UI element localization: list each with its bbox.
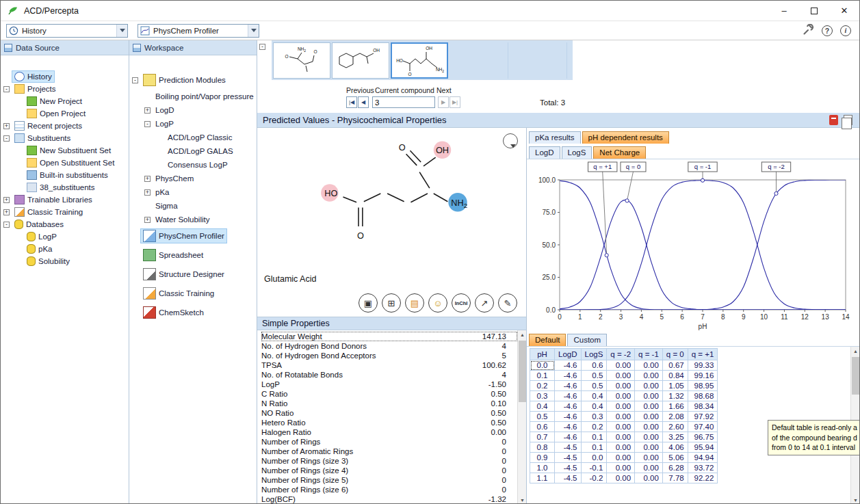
data-source-item-38-substituents[interactable]: 38_substituents bbox=[1, 181, 129, 194]
data-source-item-trainable-libraries[interactable]: +Trainable Libraries bbox=[1, 194, 129, 206]
data-source-item-built-in-substituents[interactable]: Built-in substituents bbox=[1, 169, 129, 181]
expander-icon[interactable]: + bbox=[3, 123, 10, 129]
table-row[interactable]: 0.3-4.60.40.000.001.3298.68 bbox=[530, 391, 718, 401]
expander-icon[interactable]: + bbox=[144, 189, 151, 196]
table-row[interactable]: 0.2-4.60.50.000.001.0598.95 bbox=[530, 381, 718, 391]
property-row[interactable]: C Ratio0.50 bbox=[261, 389, 517, 399]
scrollbar-thumb[interactable] bbox=[519, 341, 526, 402]
last-compound-button[interactable]: ▶| bbox=[449, 96, 460, 108]
workspace-item-water-solubility[interactable]: +Water Solubility bbox=[129, 213, 257, 226]
data-source-item-pka[interactable]: pKa bbox=[1, 243, 129, 255]
expander-icon[interactable]: - bbox=[3, 86, 10, 92]
scroll-up-icon[interactable] bbox=[518, 330, 526, 339]
export-icon[interactable]: ↗ bbox=[475, 293, 494, 313]
expander-icon[interactable]: + bbox=[144, 176, 151, 182]
scroll-up-icon[interactable] bbox=[851, 347, 859, 356]
column-header[interactable]: q = -2 bbox=[607, 349, 635, 360]
property-row[interactable]: No. of Rotatable Bonds4 bbox=[261, 370, 517, 380]
tools-wrench-icon[interactable] bbox=[802, 24, 814, 38]
expander-icon[interactable]: - bbox=[144, 121, 151, 127]
workspace-item-spreadsheet[interactable]: Spreadsheet bbox=[129, 246, 257, 265]
scroll-down-icon[interactable] bbox=[851, 496, 859, 504]
compound-thumbnail-1[interactable]: NH2 O O bbox=[273, 42, 330, 79]
property-row[interactable]: Molecular Weight147.13 bbox=[261, 332, 517, 341]
close-button[interactable]: ✕ bbox=[829, 1, 859, 21]
compound-thumbnail-2[interactable]: OH bbox=[332, 42, 389, 79]
data-source-item-logp[interactable]: LogP bbox=[1, 230, 129, 243]
workspace-item-sigma[interactable]: Sigma bbox=[129, 199, 257, 213]
property-row[interactable]: Number of Rings0 bbox=[261, 437, 517, 447]
data-source-item-databases[interactable]: -Databases bbox=[1, 218, 129, 230]
column-header[interactable]: LogD bbox=[555, 349, 582, 360]
workspace-item-acd-logp-galas[interactable]: ACD/LogP GALAS bbox=[129, 144, 257, 158]
workspace-item-physchem[interactable]: +PhysChem bbox=[129, 172, 257, 185]
combo-dropdown-icon[interactable] bbox=[116, 25, 127, 37]
combo-dropdown-icon[interactable] bbox=[248, 25, 259, 37]
collapse-strip-button[interactable]: - bbox=[259, 44, 265, 50]
expander-icon[interactable]: - bbox=[3, 135, 10, 142]
workspace-item-consensus-logp[interactable]: Consensus LogP bbox=[129, 158, 257, 172]
copy-report-icon[interactable] bbox=[844, 115, 852, 125]
table-row[interactable]: 0.8-4.50.10.000.004.0695.94 bbox=[530, 442, 718, 453]
expander-icon[interactable]: - bbox=[132, 77, 138, 83]
minimize-button[interactable]: – bbox=[769, 1, 799, 21]
data-source-item-classic-training[interactable]: +Classic Training bbox=[1, 206, 129, 218]
dictionary-icon[interactable]: ▤ bbox=[405, 293, 424, 313]
data-source-item-recent-projects[interactable]: +Recent projects bbox=[1, 120, 129, 132]
property-row[interactable]: Hetero Ratio0.50 bbox=[261, 418, 517, 427]
compound-thumbnail-3[interactable]: HO O OH NH2 bbox=[391, 42, 448, 79]
workspace-item-pka[interactable]: +pKa bbox=[129, 185, 257, 199]
expander-icon[interactable]: - bbox=[3, 222, 10, 228]
workspace-item-prediction-modules[interactable]: -Prediction Modules bbox=[129, 70, 257, 90]
workspace-item-logd[interactable]: +LogD bbox=[129, 103, 257, 117]
table-row[interactable]: 0.6-4.60.20.000.002.6097.40 bbox=[530, 422, 718, 432]
table-row[interactable]: 1.0-4.5-0.10.000.006.2893.72 bbox=[530, 463, 718, 473]
first-compound-button[interactable]: |◀ bbox=[346, 96, 357, 108]
current-compound-input[interactable] bbox=[372, 96, 435, 108]
table-tab-default[interactable]: Default bbox=[529, 334, 566, 346]
table-tab-custom[interactable]: Custom bbox=[567, 334, 607, 346]
column-header[interactable]: pH bbox=[530, 349, 555, 360]
property-row[interactable]: Number of Rings (size 5)0 bbox=[261, 475, 517, 485]
pdf-export-icon[interactable] bbox=[829, 115, 838, 125]
subtab-net-charge[interactable]: Net Charge bbox=[593, 146, 646, 159]
table-row[interactable]: 0.1-4.60.50.000.000.8499.16 bbox=[530, 371, 718, 381]
tab-ph-dependent-results[interactable]: pH dependent results bbox=[582, 131, 669, 144]
expander-icon[interactable]: + bbox=[3, 197, 10, 203]
table-row[interactable]: 0.4-4.60.40.000.001.6698.34 bbox=[530, 401, 718, 412]
column-header[interactable]: q = +1 bbox=[688, 349, 718, 360]
property-row[interactable]: LogP-1.50 bbox=[261, 380, 517, 389]
data-source-item-new-project[interactable]: New Project bbox=[1, 95, 129, 107]
table-row[interactable]: 0.0-4.60.60.000.000.6799.33 bbox=[530, 360, 718, 371]
scrollbar-thumb[interactable] bbox=[852, 357, 859, 395]
search-structure-icon[interactable]: ⊞ bbox=[382, 293, 401, 313]
properties-scrollbar[interactable] bbox=[517, 330, 526, 504]
inchi-icon[interactable]: InChI bbox=[452, 293, 471, 313]
property-row[interactable]: No. of Hydrogen Bond Acceptors5 bbox=[261, 351, 517, 360]
table-row[interactable]: 0.7-4.60.10.000.003.2596.75 bbox=[530, 432, 718, 442]
column-header[interactable]: LogS bbox=[581, 349, 607, 360]
column-header[interactable]: q = -1 bbox=[635, 349, 663, 360]
property-row[interactable]: N Ratio0.10 bbox=[261, 399, 517, 408]
property-row[interactable]: Number of Rings (size 4)0 bbox=[261, 466, 517, 475]
maximize-button[interactable] bbox=[799, 1, 829, 21]
previous-compound-button[interactable]: ◀ bbox=[358, 96, 369, 108]
data-source-item-solubility[interactable]: Solubility bbox=[1, 255, 129, 267]
data-source-item-open-project[interactable]: Open Project bbox=[1, 107, 129, 120]
workspace-item-structure-designer[interactable]: Structure Designer bbox=[129, 265, 257, 284]
info-icon[interactable] bbox=[840, 25, 851, 36]
property-row[interactable]: Number of Rings (size 6)0 bbox=[261, 485, 517, 494]
data-source-item-open-substituent-set[interactable]: Open Substituent Set bbox=[1, 157, 129, 169]
subtab-logs[interactable]: LogS bbox=[562, 146, 592, 159]
table-row[interactable]: 0.9-4.50.00.000.005.0694.94 bbox=[530, 453, 718, 463]
workspace-item-acd-logp-classic[interactable]: ACD/LogP Classic bbox=[129, 131, 257, 144]
property-row[interactable]: Log(BCF)-1.32 bbox=[261, 494, 517, 504]
subtab-logd[interactable]: LogD bbox=[529, 146, 560, 159]
property-row[interactable]: NO Ratio0.50 bbox=[261, 408, 517, 418]
property-row[interactable]: Number of Aromatic Rings0 bbox=[261, 447, 517, 456]
property-row[interactable]: TPSA100.62 bbox=[261, 360, 517, 370]
workspace-item-chemsketch[interactable]: ChemSketch bbox=[129, 303, 257, 322]
help-icon[interactable] bbox=[822, 25, 833, 36]
scroll-down-icon[interactable] bbox=[518, 496, 526, 504]
property-row[interactable]: Halogen Ratio0.00 bbox=[261, 427, 517, 437]
